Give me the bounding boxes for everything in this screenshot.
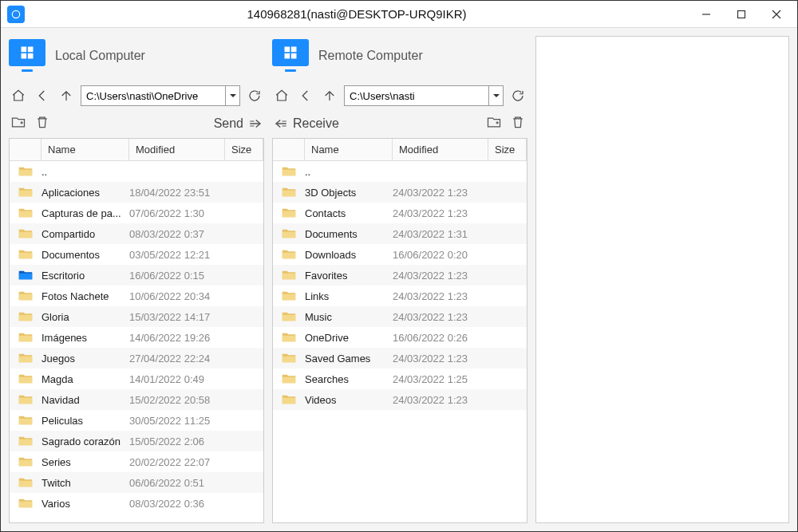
local-path-input[interactable] [81, 85, 240, 106]
file-name: Varios [41, 498, 129, 510]
minimize-button[interactable] [689, 2, 724, 26]
table-row[interactable]: Favorites24/03/2022 1:23 [273, 265, 527, 286]
col-name[interactable]: Name [305, 139, 393, 160]
file-modified: 24/03/2022 1:23 [393, 207, 488, 219]
new-folder-button[interactable] [486, 114, 502, 133]
path-dropdown-button[interactable] [488, 86, 503, 105]
receive-icon [274, 116, 288, 131]
table-row[interactable]: Documents24/03/2022 1:31 [273, 223, 527, 244]
local-file-list: Name Modified Size ..Aplicaciones18/04/2… [9, 138, 264, 523]
table-row[interactable]: Documentos03/05/2022 12:21 [10, 244, 263, 265]
table-row[interactable]: Saved Games24/03/2022 1:23 [273, 348, 527, 368]
folder-icon [273, 332, 305, 343]
col-name[interactable]: Name [41, 139, 129, 160]
col-size[interactable]: Size [225, 139, 263, 160]
svg-rect-5 [22, 47, 27, 53]
table-row[interactable]: .. [10, 161, 263, 182]
folder-icon [273, 311, 305, 322]
table-row[interactable]: OneDrive16/06/2022 0:26 [273, 327, 527, 348]
table-row[interactable]: Aplicaciones18/04/2022 23:51 [10, 182, 263, 203]
folder-icon [10, 290, 41, 301]
table-row[interactable]: Gloria15/03/2022 14:17 [10, 306, 263, 327]
file-modified: 30/05/2022 11:25 [129, 415, 225, 427]
home-button[interactable] [9, 85, 28, 106]
local-path-field[interactable] [81, 86, 225, 105]
remote-path-field[interactable] [345, 86, 488, 105]
folder-icon [10, 207, 41, 219]
send-label: Send [214, 116, 243, 131]
svg-rect-9 [285, 47, 290, 53]
titlebar: 140968281(nasti@DESKTOP-URQ9IKR) [1, 1, 797, 28]
file-modified: 16/06/2022 0:15 [129, 270, 225, 282]
file-name: Fotos Nachete [41, 290, 129, 302]
file-modified: 24/03/2022 1:31 [393, 228, 488, 240]
local-toolbar [9, 82, 264, 109]
file-modified: 24/03/2022 1:23 [393, 290, 488, 302]
path-dropdown-button[interactable] [225, 86, 239, 105]
file-name: Contacts [305, 207, 393, 219]
new-folder-button[interactable] [10, 114, 26, 133]
table-row[interactable]: .. [273, 161, 527, 182]
file-name: 3D Objects [305, 187, 393, 199]
table-row[interactable]: Series20/02/2022 22:07 [10, 451, 263, 472]
table-row[interactable]: Capturas de pa...07/06/2022 1:30 [10, 203, 263, 223]
file-name: Videos [305, 394, 393, 406]
table-row[interactable]: Varios08/03/2022 0:36 [10, 493, 263, 514]
remote-path-input[interactable] [344, 85, 504, 106]
table-row[interactable]: Magda14/01/2022 0:49 [10, 368, 263, 389]
table-row[interactable]: Navidad15/02/2022 20:58 [10, 389, 263, 410]
table-row[interactable]: Juegos27/04/2022 22:24 [10, 348, 263, 368]
table-row[interactable]: Imágenes14/06/2022 19:26 [10, 327, 263, 348]
col-modified[interactable]: Modified [393, 139, 488, 160]
file-modified: 14/01/2022 0:49 [129, 373, 225, 385]
maximize-button[interactable] [724, 2, 759, 26]
file-modified: 07/06/2022 1:30 [129, 207, 225, 219]
table-row[interactable]: Videos24/03/2022 1:23 [273, 389, 527, 410]
table-row[interactable]: Escritorio16/06/2022 0:15 [10, 265, 263, 286]
file-name: Downloads [305, 249, 393, 261]
table-row[interactable]: Searches24/03/2022 1:25 [273, 368, 527, 389]
file-modified: 24/03/2022 1:23 [393, 353, 488, 365]
back-button[interactable] [296, 85, 315, 106]
close-button[interactable] [759, 2, 794, 26]
folder-icon [10, 353, 41, 364]
folder-icon [10, 332, 41, 343]
file-modified: 14/06/2022 19:26 [129, 332, 225, 344]
up-button[interactable] [320, 85, 339, 106]
col-modified[interactable]: Modified [129, 139, 225, 160]
table-row[interactable]: Downloads16/06/2022 0:20 [273, 244, 527, 265]
svg-rect-6 [28, 47, 34, 53]
table-row[interactable]: Compartido08/03/2022 0:37 [10, 223, 263, 244]
table-row[interactable]: Sagrado corazón15/05/2022 2:06 [10, 431, 263, 451]
folder-icon [273, 270, 305, 281]
file-modified: 24/03/2022 1:23 [393, 394, 488, 406]
table-row[interactable]: Peliculas30/05/2022 11:25 [10, 410, 263, 431]
file-name: Twitch [41, 477, 129, 489]
delete-button[interactable] [510, 114, 526, 133]
receive-button[interactable]: Receive [274, 116, 339, 131]
refresh-button[interactable] [245, 85, 264, 106]
table-row[interactable]: 3D Objects24/03/2022 1:23 [273, 182, 527, 203]
table-row[interactable]: Contacts24/03/2022 1:23 [273, 203, 527, 223]
file-name: Searches [305, 373, 393, 385]
col-size[interactable]: Size [488, 139, 527, 160]
file-modified: 24/03/2022 1:23 [393, 311, 488, 323]
table-row[interactable]: Twitch06/06/2022 0:51 [10, 472, 263, 493]
file-modified: 24/03/2022 1:25 [393, 373, 488, 385]
home-button[interactable] [272, 85, 291, 106]
refresh-button[interactable] [508, 85, 527, 106]
send-button[interactable]: Send [214, 116, 263, 131]
svg-rect-11 [285, 53, 290, 59]
svg-rect-12 [291, 53, 297, 59]
up-button[interactable] [57, 85, 76, 106]
table-row[interactable]: Fotos Nachete10/06/2022 20:34 [10, 286, 263, 306]
remote-title: Remote Computer [318, 49, 423, 63]
back-button[interactable] [33, 85, 52, 106]
delete-button[interactable] [34, 114, 50, 133]
table-row[interactable]: Music24/03/2022 1:23 [273, 306, 527, 327]
folder-icon [273, 207, 305, 219]
file-name: .. [41, 166, 129, 178]
table-row[interactable]: Links24/03/2022 1:23 [273, 286, 527, 306]
remote-pc-icon [272, 39, 309, 73]
local-pc-icon [9, 39, 45, 73]
